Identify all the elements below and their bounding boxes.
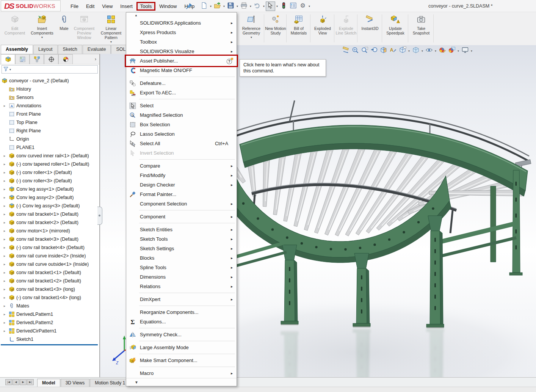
expand-arrow-icon[interactable]: ▸ (3, 212, 6, 216)
tree-item[interactable]: ▸conv rail bracket1<1> (Default) (0, 268, 99, 277)
tab-motion-study-1[interactable]: Motion Study 1 (90, 379, 130, 387)
menu-item-solidworks-visualize[interactable]: SOLIDWORKS Visualize▸ (126, 47, 237, 56)
menu-item-spline-tools[interactable]: Spline Tools▸ (126, 263, 237, 272)
tree-item[interactable]: ▸conv motor<1> (mirrored) (0, 227, 99, 235)
rollback-bar[interactable] (1, 344, 98, 345)
instant3d-button[interactable]: Instant3D (358, 13, 382, 44)
dropdown-caret-icon[interactable]: ▼ (250, 36, 253, 39)
whats-new-icon[interactable]: ?✱ (226, 57, 234, 65)
menu-item-lasso-selection[interactable]: Lasso Selection (126, 129, 237, 139)
menu-item-macro[interactable]: Macro▸ (126, 368, 237, 378)
menu-item-sketch-tools[interactable]: Sketch Tools▸ (126, 234, 237, 244)
new-document-button[interactable] (199, 2, 209, 11)
apply-scene-button[interactable] (447, 46, 456, 55)
zoom-area-button[interactable] (360, 46, 369, 55)
menu-view[interactable]: View (98, 2, 116, 11)
panel-expand-chevron-icon[interactable]: › (95, 56, 96, 62)
menu-item-find-modify[interactable]: Find/Modify▸ (126, 171, 237, 180)
tab-3d-views[interactable]: 3D Views (61, 379, 89, 387)
edit-appearance-button[interactable] (437, 46, 447, 55)
panel-tab-dimxpertmanager[interactable] (44, 54, 58, 64)
file-properties-button[interactable] (288, 2, 298, 11)
options-dropdown-caret[interactable]: ▾ (307, 5, 311, 8)
tab-model[interactable]: Model (37, 379, 60, 387)
menu-item-xpress-products[interactable]: Xpress Products▸ (126, 28, 237, 37)
tree-item[interactable]: ▸conv curved inner rail<1> (Default) (0, 152, 99, 160)
view-orientation-button[interactable] (398, 46, 407, 55)
tree-item[interactable]: ▸conv rail bracket1<2> (Default) (0, 277, 99, 285)
menu-item-magnetic-mate-on-off[interactable]: Magnetic Mate ON/OFF (126, 66, 237, 75)
menu-item-equations[interactable]: ΣEquations... (126, 317, 237, 326)
hide-show-items-button[interactable] (424, 46, 434, 55)
panel-tab-configurationmanager[interactable] (30, 54, 44, 64)
display-style-button[interactable] (411, 46, 420, 55)
dropdown-caret-icon[interactable]: ▾ (407, 49, 411, 53)
exploded-view-button[interactable]: Exploded View (311, 13, 334, 44)
tree-item[interactable]: ▸conv rail bracket1<3> (long) (0, 285, 99, 293)
tree-item[interactable]: ▸conv rail curve inside<2> (Inside) (0, 252, 99, 260)
panel-tab-featuremanager[interactable] (1, 54, 15, 64)
mate-button[interactable]: Mate (57, 13, 71, 44)
sheet-nav-button-2[interactable]: ▶ (20, 379, 27, 385)
new-motion-study-button[interactable]: ⚙⚙✱New Motion Study (265, 13, 286, 44)
dropdown-caret-icon[interactable]: ▾ (434, 49, 437, 53)
expand-arrow-icon[interactable]: ▸ (3, 221, 6, 224)
tree-item[interactable]: Top Plane (0, 118, 99, 127)
menu-scroll-up-arrow[interactable]: ▲ (126, 13, 237, 18)
menu-item-box-selection[interactable]: Box Selection (126, 120, 237, 129)
menu-item-format-painter[interactable]: Format Painter... (126, 190, 237, 199)
rebuild-button[interactable] (279, 2, 288, 11)
tree-item[interactable]: ▸(-) conv tapered roller<1> (Default) (0, 160, 99, 168)
save-dropdown-caret[interactable]: ▾ (235, 5, 239, 8)
print-dropdown-caret[interactable]: ▾ (249, 5, 252, 8)
tree-item[interactable]: ▸(-) Conv leg assy<3> (Default) (0, 202, 99, 210)
tree-item[interactable]: ▸conv rail bracket<3> (Default) (0, 235, 99, 243)
expand-arrow-icon[interactable]: ▸ (3, 187, 6, 191)
tree-item[interactable]: ▸Mates (0, 302, 99, 310)
tree-item[interactable]: ▸(-) conv roller<1> (Default) (0, 168, 99, 177)
menu-edit[interactable]: Edit (82, 2, 98, 11)
new-document-dropdown-caret[interactable]: ▾ (209, 5, 213, 8)
tree-item[interactable]: Origin (0, 135, 99, 143)
tree-item[interactable]: Right Plane (0, 127, 99, 135)
tree-item[interactable]: ▸conv rail bracket<2> (Default) (0, 218, 99, 227)
tree-filter-input[interactable]: ▾ (2, 65, 98, 74)
menu-item-large-assembly-mode[interactable]: Large Assembly Mode (126, 343, 237, 352)
menu-file[interactable]: File (67, 2, 82, 11)
panel-splitter-handle[interactable] (97, 207, 102, 225)
menu-item-relations[interactable]: Relations▸ (126, 282, 237, 291)
filter-caret-icon[interactable]: ▾ (9, 68, 11, 71)
tree-item[interactable]: ▸Conv leg assy<1> (Default) (0, 185, 99, 193)
menu-item-sketch-entities[interactable]: Sketch Entities▸ (126, 225, 237, 234)
expand-arrow-icon[interactable]: ▸ (3, 254, 6, 258)
menu-scroll-down-arrow[interactable]: ▼ (126, 378, 237, 386)
tab-layout[interactable]: Layout (33, 45, 58, 54)
expand-arrow-icon[interactable]: ▸ (3, 287, 6, 291)
expand-arrow-icon[interactable]: ▸ (3, 271, 6, 274)
menu-item-symmetry-check[interactable]: Symmetry Check... (126, 330, 237, 339)
tree-item[interactable]: History (0, 85, 99, 93)
menu-item-select-all[interactable]: Select AllCtrl+A (126, 139, 237, 148)
bill-of-materials-button[interactable]: Bill of Materials (287, 13, 310, 44)
menu-item-dimxpert[interactable]: DimXpert▸ (126, 295, 237, 304)
menu-item-export-to-aec[interactable]: AECExport To AEC... (126, 88, 237, 97)
update-speedpak-button[interactable]: !Update Speedpak (383, 13, 408, 44)
whats-new-tooltip[interactable]: Click here to learn what's new about thi… (240, 59, 326, 77)
menu-window[interactable]: Window (155, 2, 180, 11)
sheet-nav-button-1[interactable]: ◀ (13, 379, 19, 385)
tree-item[interactable]: Front Plane (0, 110, 99, 118)
tree-item[interactable]: ▸conv rail curve outside<1> (Inside) (0, 260, 99, 268)
measure-button[interactable] (341, 46, 350, 55)
menu-item-toolbox[interactable]: Toolbox▸ (126, 37, 237, 47)
previous-view-button[interactable] (369, 46, 379, 55)
expand-arrow-icon[interactable]: ▸ (3, 321, 6, 325)
menu-item-blocks[interactable]: Blocks▸ (126, 253, 237, 263)
dropdown-caret-icon[interactable]: ▾ (420, 49, 424, 53)
expand-arrow-icon[interactable]: ▸ (3, 171, 6, 174)
menu-item-compare[interactable]: Compare▸ (126, 161, 237, 171)
menu-item-component[interactable]: Component▸ (126, 212, 237, 221)
menu-item-design-checker[interactable]: Design Checker▸ (126, 180, 237, 190)
panel-tab-displaymanager[interactable] (58, 54, 73, 64)
tab-evaluate[interactable]: Evaluate (83, 45, 111, 54)
dropdown-caret-icon[interactable]: ▼ (110, 41, 113, 43)
